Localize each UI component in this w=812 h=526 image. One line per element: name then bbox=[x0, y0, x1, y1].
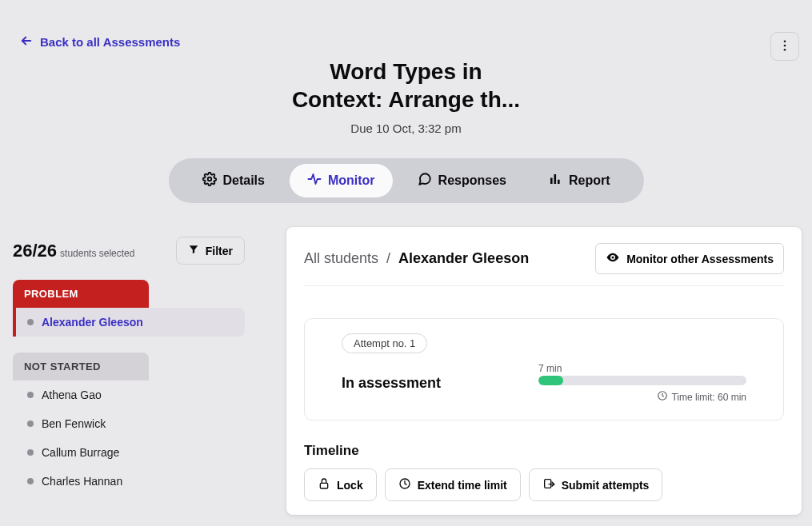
filter-button[interactable]: Filter bbox=[176, 237, 245, 265]
group-header-not-started: NOT STARTED bbox=[13, 353, 149, 381]
svg-rect-7 bbox=[558, 180, 560, 184]
time-limit: Time limit: 60 min bbox=[538, 390, 746, 404]
kebab-icon bbox=[778, 38, 792, 55]
back-to-assessments-link[interactable]: Back to all Assessments bbox=[19, 34, 180, 50]
submit-attempts-button[interactable]: Submit attempts bbox=[529, 468, 663, 501]
svg-point-1 bbox=[784, 40, 786, 42]
svg-point-4 bbox=[207, 177, 211, 181]
chat-icon bbox=[418, 172, 432, 189]
monitor-other-assessments-button[interactable]: Monitor other Assessments bbox=[595, 243, 784, 274]
timeline-title: Timeline bbox=[304, 443, 784, 459]
svg-rect-6 bbox=[554, 174, 556, 184]
student-item[interactable]: Callum Burrage bbox=[13, 438, 245, 467]
lock-button[interactable]: Lock bbox=[304, 468, 377, 501]
eye-icon bbox=[606, 250, 620, 267]
breadcrumb-current: Alexander Gleeson bbox=[398, 250, 529, 267]
student-item[interactable]: Athena Gao bbox=[13, 381, 245, 409]
bar-chart-icon bbox=[548, 172, 562, 189]
pulse-icon bbox=[307, 172, 322, 189]
breadcrumb-row: All students / Alexander Gleeson Monitor… bbox=[304, 243, 784, 286]
svg-rect-5 bbox=[550, 178, 553, 185]
filter-icon bbox=[188, 244, 199, 257]
tab-report[interactable]: Report bbox=[530, 164, 628, 197]
status-dot-icon bbox=[27, 420, 34, 427]
selection-row: 26/26 students selected Filter bbox=[13, 237, 245, 265]
status-dot-icon bbox=[27, 319, 34, 325]
assessment-title: Word Types in Context: Arrange th... bbox=[0, 58, 812, 114]
progress-bar bbox=[538, 376, 746, 385]
attempt-badge: Attempt no. 1 bbox=[342, 333, 427, 353]
breadcrumb: All students / Alexander Gleeson bbox=[304, 250, 529, 267]
back-link-label: Back to all Assessments bbox=[40, 35, 180, 49]
tab-responses[interactable]: Responses bbox=[400, 164, 524, 197]
more-options-button[interactable] bbox=[770, 32, 799, 61]
gear-icon bbox=[202, 172, 216, 189]
progress-block: 7 min Time limit: 60 min bbox=[538, 363, 746, 404]
tab-details[interactable]: Details bbox=[184, 164, 282, 197]
lock-icon bbox=[318, 477, 330, 492]
svg-point-8 bbox=[612, 257, 614, 259]
progress-fill bbox=[538, 376, 563, 385]
clock-icon bbox=[657, 390, 668, 404]
page-header: Word Types in Context: Arrange th... Due… bbox=[0, 58, 812, 135]
breadcrumb-separator: / bbox=[386, 250, 390, 267]
svg-rect-10 bbox=[320, 483, 327, 488]
svg-point-3 bbox=[784, 48, 786, 50]
clock-icon bbox=[398, 477, 411, 492]
tab-bar: Details Monitor Responses Report bbox=[168, 158, 643, 203]
status-dot-icon bbox=[27, 478, 34, 484]
due-date: Due 10 Oct, 3:32 pm bbox=[0, 122, 812, 135]
extend-time-button[interactable]: Extend time limit bbox=[385, 468, 521, 501]
status-card: Attempt no. 1 In assessment 7 min Time l… bbox=[304, 318, 784, 420]
arrow-left-icon bbox=[19, 34, 34, 50]
student-sidebar[interactable]: PROBLEM Alexander Gleeson NOT STARTED At… bbox=[13, 280, 245, 520]
timeline-section: Timeline Lock Extend time limit Submit a… bbox=[304, 443, 784, 501]
student-item[interactable]: Alexander Gleeson bbox=[13, 308, 245, 337]
status-title: In assessment bbox=[342, 375, 441, 392]
group-header-problem: PROBLEM bbox=[13, 280, 149, 308]
main-panel: All students / Alexander Gleeson Monitor… bbox=[286, 227, 802, 515]
status-dot-icon bbox=[27, 449, 34, 456]
submit-icon bbox=[542, 477, 555, 492]
student-item[interactable]: Ben Fenwick bbox=[13, 409, 245, 438]
breadcrumb-all-students[interactable]: All students bbox=[304, 250, 378, 267]
elapsed-time: 7 min bbox=[538, 363, 746, 374]
student-item[interactable]: Charles Hannan bbox=[13, 467, 245, 496]
status-dot-icon bbox=[27, 392, 34, 398]
svg-point-2 bbox=[784, 44, 786, 46]
tab-monitor[interactable]: Monitor bbox=[289, 163, 394, 198]
student-count: 26/26 students selected bbox=[13, 241, 134, 261]
